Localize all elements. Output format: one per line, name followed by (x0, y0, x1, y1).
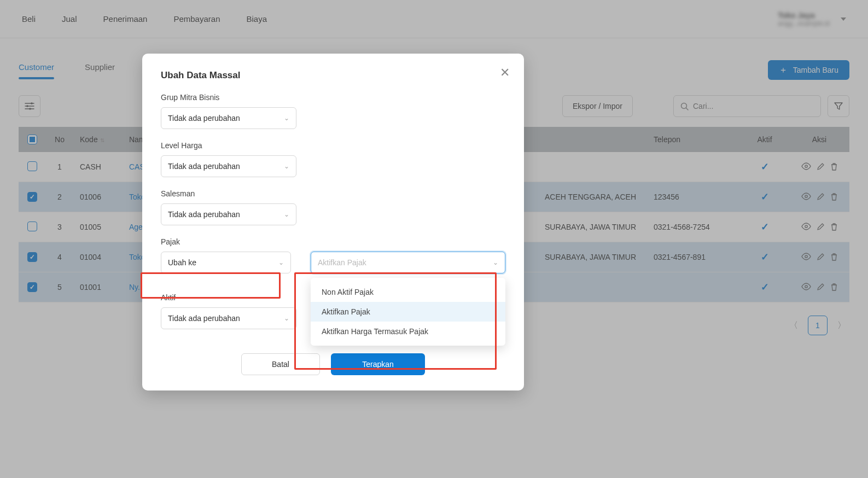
chevron-down-icon: ⌄ (284, 114, 289, 122)
select-salesman[interactable]: Tidak ada perubahan⌄ (161, 203, 296, 225)
bulk-edit-modal: Ubah Data Massal ✕ Grup Mitra Bisnis Tid… (142, 54, 524, 390)
pajak-dropdown: Non Aktif Pajak Aktifkan Pajak Aktifkan … (311, 278, 505, 346)
select-aktif[interactable]: Tidak ada perubahan⌄ (161, 307, 296, 329)
chevron-down-icon: ⌄ (284, 314, 289, 322)
chevron-down-icon: ⌄ (284, 162, 289, 170)
option-non-aktif-pajak[interactable]: Non Aktif Pajak (311, 282, 505, 302)
modal-title: Ubah Data Massal (161, 70, 505, 81)
cancel-button[interactable]: Batal (241, 353, 320, 375)
label-level: Level Harga (161, 141, 505, 150)
select-grup[interactable]: Tidak ada perubahan⌄ (161, 107, 296, 129)
label-salesman: Salesman (161, 189, 505, 198)
label-pajak: Pajak (161, 237, 505, 246)
select-level[interactable]: Tidak ada perubahan⌄ (161, 155, 296, 177)
option-aktifkan-pajak[interactable]: Aktifkan Pajak (311, 302, 505, 322)
close-icon[interactable]: ✕ (500, 66, 510, 80)
chevron-down-icon: ⌄ (278, 259, 284, 266)
select-pajak-value[interactable]: Aktifkan Pajak⌄ (311, 252, 505, 273)
chevron-down-icon: ⌄ (284, 211, 289, 218)
option-aktifkan-harga-termasuk-pajak[interactable]: Aktifkan Harga Termasuk Pajak (311, 322, 505, 341)
apply-button[interactable]: Terapkan (331, 353, 425, 375)
label-grup: Grup Mitra Bisnis (161, 93, 505, 102)
chevron-down-icon: ⌄ (493, 259, 498, 266)
select-pajak-action[interactable]: Ubah ke⌄ (161, 252, 291, 273)
